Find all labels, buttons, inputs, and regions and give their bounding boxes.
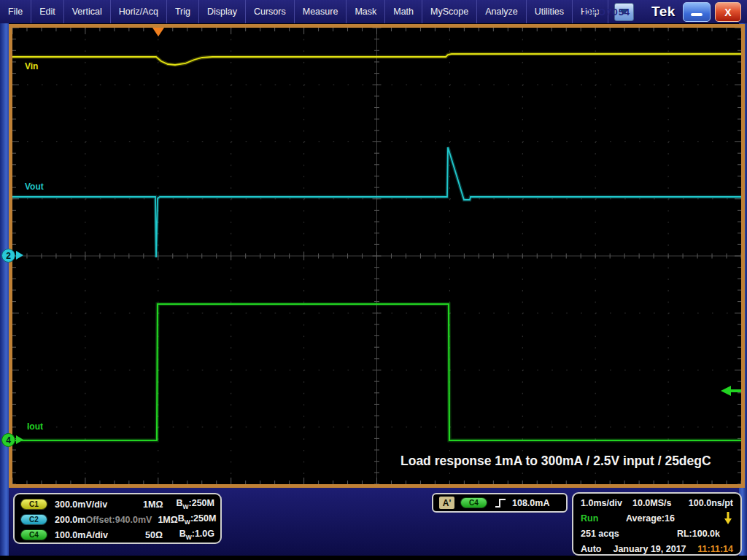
channel4-bandwidth: BW:1.0G bbox=[179, 529, 214, 541]
channel1-badge[interactable]: C1 bbox=[20, 499, 47, 510]
menu-display[interactable]: Display bbox=[199, 0, 246, 23]
channel2-offset: Offset:940.0mV bbox=[85, 515, 152, 525]
menu-vertical[interactable]: Vertical bbox=[64, 0, 111, 23]
minimize-button[interactable] bbox=[683, 2, 711, 22]
channel1-readout[interactable]: C1 300.0mV/div 1MΩ BW:250M bbox=[20, 497, 214, 512]
menu-mask[interactable]: Mask bbox=[347, 0, 385, 23]
arrow-down-icon bbox=[723, 511, 733, 525]
channel1-scale: 300.0mV/div bbox=[55, 499, 143, 510]
close-icon: X bbox=[724, 7, 731, 18]
window-bottom-edge bbox=[0, 556, 747, 560]
menu-utilities[interactable]: Utilities bbox=[527, 0, 573, 23]
acq-count-row: 251 acqs RL:100.0k bbox=[581, 526, 733, 541]
timebase-row: 1.0ms/div 10.0MS/s 100.0ns/pt bbox=[581, 495, 733, 510]
menu-edit[interactable]: Edit bbox=[31, 0, 64, 23]
menu-trig[interactable]: Trig bbox=[167, 0, 199, 23]
channel4-arrow-icon bbox=[16, 435, 23, 444]
trace-label-iout: Iout bbox=[27, 421, 43, 432]
channel4-impedance: 50Ω bbox=[145, 530, 179, 540]
rising-edge-icon bbox=[495, 497, 506, 509]
channel4-badge[interactable]: C4 bbox=[20, 529, 47, 540]
trigger-source-badge: C4 bbox=[460, 497, 487, 508]
model-name-faint: DPO7054 bbox=[584, 7, 630, 18]
menu-cursors[interactable]: Cursors bbox=[246, 0, 295, 23]
waveform-plot bbox=[12, 28, 741, 484]
trigger-mode: Auto bbox=[581, 544, 601, 554]
run-status: Run bbox=[581, 513, 626, 524]
menu-horiz-acq[interactable]: Horiz/Acq bbox=[111, 0, 167, 23]
menu-measure[interactable]: Measure bbox=[295, 0, 347, 23]
menu-analyze[interactable]: Analyze bbox=[477, 0, 526, 23]
close-button[interactable]: X bbox=[715, 2, 741, 22]
channel4-readout[interactable]: C4 100.0mA/div 50Ω BW:1.0G bbox=[20, 527, 214, 542]
menu-file[interactable]: File bbox=[0, 0, 31, 23]
trigger-level-value: 108.0mA bbox=[512, 498, 549, 508]
channel1-bandwidth: BW:250M bbox=[176, 498, 214, 510]
menu-myscope[interactable]: MyScope bbox=[422, 0, 477, 23]
channel1-impedance: 1MΩ bbox=[143, 499, 176, 510]
record-length: RL:100.0k bbox=[677, 529, 720, 539]
trace-label-vin: Vin bbox=[25, 61, 38, 71]
channel2-marker[interactable]: 2 bbox=[1, 249, 15, 262]
window-edge-left bbox=[0, 23, 9, 556]
menu-bar: File Edit Vertical Horiz/Acq Trig Displa… bbox=[0, 0, 747, 23]
channel-readout-box: C1 300.0mV/div 1MΩ BW:250M C2 200.0m Off… bbox=[13, 493, 222, 544]
sample-resolution: 100.0ns/pt bbox=[689, 498, 733, 508]
screen-annotation: Load response 1mA to 300mA / 2.5V input … bbox=[400, 454, 725, 469]
channel4-scale: 100.0mA/div bbox=[55, 530, 145, 540]
channel2-arrow-icon bbox=[16, 251, 23, 260]
acq-state-row: Run Average:16 bbox=[581, 510, 733, 526]
average-mode: Average:16 bbox=[626, 513, 675, 524]
tek-logo: Tek bbox=[651, 4, 676, 20]
acq-mode-row: Auto January 19, 2017 11:11:14 bbox=[581, 541, 733, 556]
channel2-readout[interactable]: C2 200.0m Offset:940.0mV 1MΩ BW:250M bbox=[20, 512, 214, 527]
time-display: 11:11:14 bbox=[697, 544, 733, 554]
channel2-bandwidth: BW:250M bbox=[178, 513, 217, 526]
sample-rate: 10.0MS/s bbox=[632, 498, 672, 508]
channel2-impedance: 1MΩ bbox=[158, 515, 177, 525]
trigger-level-arrow bbox=[721, 386, 731, 396]
trace-label-vout: Vout bbox=[25, 182, 44, 192]
trigger-readout-box[interactable]: A' C4 108.0mA bbox=[432, 493, 568, 513]
acquisition-count: 251 acqs bbox=[581, 529, 619, 539]
horizontal-readout-box: 1.0ms/div 10.0MS/s 100.0ns/pt Run Averag… bbox=[572, 492, 742, 556]
trigger-event-badge: A' bbox=[439, 497, 454, 509]
oscilloscope-screen: File Edit Vertical Horiz/Acq Trig Displa… bbox=[0, 0, 747, 560]
channel2-scale: 200.0m bbox=[55, 515, 85, 525]
trigger-position-marker[interactable] bbox=[152, 28, 164, 36]
channel4-marker[interactable]: 4 bbox=[1, 433, 15, 447]
date-display: January 19, 2017 bbox=[613, 544, 686, 554]
menu-math[interactable]: Math bbox=[385, 0, 422, 23]
channel2-badge[interactable]: C2 bbox=[20, 514, 47, 525]
timebase-scale: 1.0ms/div bbox=[581, 498, 622, 508]
minimize-icon bbox=[691, 13, 703, 16]
